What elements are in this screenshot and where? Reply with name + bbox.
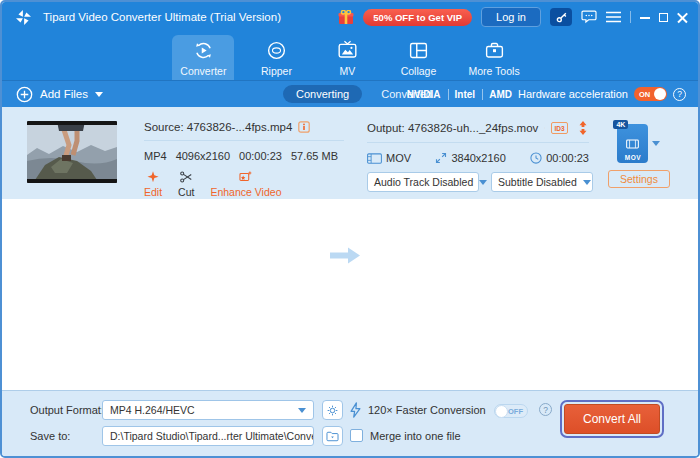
source-duration: 00:00:23 [239,150,282,162]
file-actions: Edit Cut Enhance Video [144,170,344,198]
login-button[interactable]: Log in [481,7,541,27]
output-duration: 00:00:23 [546,152,589,164]
duration-clock-icon [530,152,542,164]
titlebar-actions: 50% OFF to Get VIP Log in [338,7,688,27]
compress-icon[interactable] [577,121,589,135]
output-format-label: Output Format: [30,404,104,416]
format-badge: 4K [613,120,628,129]
brand-amd: AMD [482,89,512,100]
edit-wand-icon [146,170,160,184]
sub-toolbar: Add Files Converting Converted NVIDIA In… [2,80,698,107]
edit-button[interactable]: Edit [144,170,162,198]
titlebar: Tipard Video Converter Ultimate (Trial V… [2,2,698,32]
output-info-column: Output: 4763826-uh..._24fps.mov ID3 [367,121,589,192]
tab-ripper[interactable]: Ripper [247,35,305,80]
output-filename: Output: 4763826-uh..._24fps.mov [367,122,538,134]
hw-acceleration-label: Hardware acceleration [518,88,628,100]
faster-help-icon[interactable]: ? [539,403,552,416]
output-meta: MOV 3840x2160 00:00:23 [367,152,589,164]
menu-hamburger-icon[interactable] [606,11,621,23]
window-title: Tipard Video Converter Ultimate (Trial V… [43,11,281,23]
id3-tag-button[interactable]: ID3 [551,122,568,134]
source-resolution: 4096x2160 [176,150,230,162]
open-folder-button[interactable] [322,426,343,446]
brand-nvidia: NVIDIA [407,89,441,100]
maximize-button[interactable] [659,13,668,22]
close-button[interactable] [677,12,688,23]
add-plus-icon [16,86,33,103]
folder-icon [326,431,339,442]
format-picker-button[interactable]: 4K MOV [617,124,660,163]
track-dropdowns: Audio Track Disabled Subtitle Disabled [367,172,589,192]
collage-grid-icon [408,40,429,61]
settings-button[interactable]: Settings [608,170,670,188]
divider [144,140,344,141]
main-tabbar: Converter Ripper MV Collage [2,32,698,80]
output-format-select[interactable]: MP4 H.264/HEVC [102,400,314,420]
resolution-expand-icon [435,152,447,164]
ripper-disc-icon [266,40,287,61]
converter-icon [193,40,214,61]
audio-track-dropdown[interactable]: Audio Track Disabled [367,172,479,192]
hw-acceleration-toggle[interactable]: ON [634,87,667,101]
lightning-icon [349,402,362,418]
dropdown-caret-icon [479,180,487,185]
dropdown-caret-icon [583,180,591,185]
video-thumbnail[interactable] [27,121,117,183]
tab-converter[interactable]: Converter [172,35,234,80]
tab-more-tools[interactable]: More Tools [460,35,527,80]
minimize-button[interactable] [640,12,650,22]
tab-converting[interactable]: Converting [283,85,362,103]
bottom-bar: Output Format: MP4 H.264/HEVC 120× Faste… [2,390,698,456]
toolbox-icon [484,40,505,61]
tab-mv[interactable]: MV [318,35,376,80]
toggle-knob [495,405,508,418]
mv-tv-icon [337,40,358,61]
convert-all-button[interactable]: Convert All [564,404,660,434]
cut-button[interactable]: Cut [178,170,194,198]
merge-checkbox[interactable] [350,429,363,442]
toggle-knob [654,88,666,100]
source-size: 57.65 MB [291,150,338,162]
media-info-icon[interactable] [298,121,310,133]
film-glyph-icon [626,139,639,149]
format-settings-button[interactable] [322,400,343,420]
tab-collage[interactable]: Collage [389,35,447,80]
gear-icon [326,404,339,417]
format-file-icon: 4K MOV [617,124,648,163]
faster-conversion-label: 120× Faster Conversion [368,404,486,416]
format-caret-icon [652,141,660,146]
promo-button[interactable]: 50% OFF to Get VIP [363,9,472,26]
source-meta: MP4 4096x2160 00:00:23 57.65 MB [144,150,344,162]
save-path-select[interactable]: D:\Tipard Studio\Tipard...rter Ultimate\… [102,426,314,446]
app-window: Tipard Video Converter Ultimate (Trial V… [0,0,700,458]
source-to-output-arrow-icon [329,246,361,265]
divider [367,142,589,143]
faster-conversion-toggle[interactable]: OFF [494,404,528,418]
feedback-chat-icon[interactable] [581,10,597,24]
add-files-button[interactable]: Add Files [16,81,103,107]
source-info-column: Source: 4763826-...4fps.mp4 MP4 4096x216… [144,121,344,198]
hw-help-icon[interactable]: ? [673,88,686,101]
save-to-label: Save to: [30,430,70,442]
format-film-icon [367,153,382,164]
enhance-video-button[interactable]: Enhance Video [210,170,281,198]
register-key-icon[interactable] [550,8,572,26]
format-ext-label: MOV [617,154,648,161]
source-filename: Source: 4763826-...4fps.mp4 [144,121,292,133]
output-format: MOV [386,152,411,164]
rename-pencil-icon[interactable] [544,122,545,134]
cut-scissors-icon [179,170,193,184]
source-format: MP4 [144,150,167,162]
titlebar-separator [630,11,631,23]
output-resolution: 3840x2160 [451,152,505,164]
enhance-video-icon [238,170,253,184]
add-files-caret-icon [95,92,103,97]
hardware-acceleration-zone: NVIDIA Intel AMD Hardware acceleration O… [407,81,686,107]
subtitle-dropdown[interactable]: Subtitle Disabled [491,172,593,192]
output-format-column: 4K MOV Settings [608,124,670,188]
file-list-row: Source: 4763826-...4fps.mp4 MP4 4096x216… [2,107,698,199]
dropdown-caret-icon [298,408,306,413]
merge-label: Merge into one file [370,430,461,442]
gift-icon[interactable] [338,10,354,25]
